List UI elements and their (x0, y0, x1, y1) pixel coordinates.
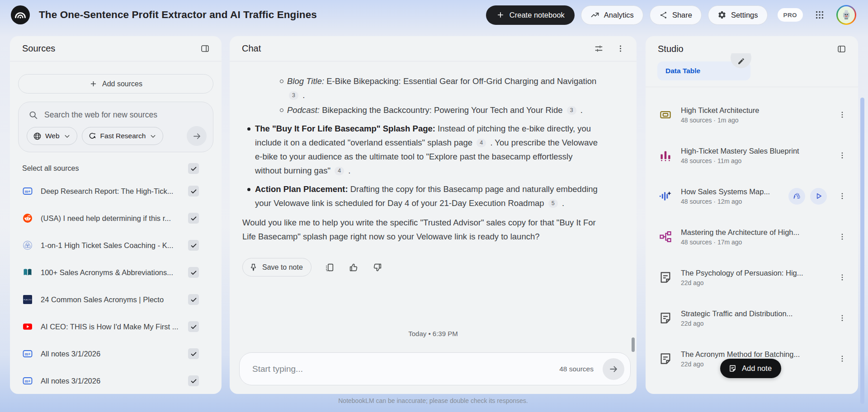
chat-more-options-icon[interactable] (615, 43, 626, 54)
chevron-down-icon (63, 132, 71, 140)
page-scrollbar-thumb[interactable] (860, 98, 864, 404)
source-checkbox[interactable] (188, 240, 199, 251)
plus-icon (89, 80, 98, 88)
studio-item-more-icon[interactable] (837, 272, 847, 283)
chat-scrollbar-thumb[interactable] (632, 337, 635, 352)
youtube-icon (22, 321, 33, 332)
add-sources-button[interactable]: Add sources (18, 74, 213, 94)
studio-item-title: How Sales Systems Map... (681, 187, 780, 196)
studio-item-text: High-Ticket Mastery Sales Blueprint48 so… (681, 147, 829, 164)
studio-list-item[interactable]: Strategic Traffic and Distribution...22d… (646, 298, 858, 338)
notebook-title[interactable]: The One-Sentence Profit Extractor and AI… (39, 9, 317, 21)
studio-item-title: Strategic Traffic and Distribution... (681, 309, 829, 318)
research-chip-label: Fast Research (100, 132, 146, 140)
studio-list-item[interactable]: High Ticket Architecture48 sources · 1m … (646, 94, 858, 135)
sources-panel-header: Sources (10, 36, 222, 61)
copy-response-icon[interactable] (324, 262, 335, 273)
chat-sub-bullet: Blog Title: E-Bike Bikepacking: Essentia… (242, 74, 598, 102)
thumbs-up-icon[interactable] (348, 262, 359, 273)
source-checkbox[interactable] (188, 213, 199, 224)
studio-item-title: The Acronym Method for Batching... (681, 350, 829, 359)
open-bullet-marker (279, 103, 287, 117)
studio-list-item[interactable]: Mastering the Architecture of High...48 … (646, 216, 858, 257)
source-list-item[interactable]: m+All notes 3/1/2026 (10, 340, 222, 367)
citation-badge[interactable]: 5 (548, 199, 558, 208)
source-checkbox[interactable] (188, 375, 199, 386)
research-mode-dropdown[interactable]: Fast Research (82, 127, 164, 145)
source-list-item[interactable]: 100+ Sales Acronyms & Abbreviations... (10, 259, 222, 286)
save-to-note-button[interactable]: Save to note (242, 258, 311, 276)
collapse-sources-panel-icon[interactable] (199, 43, 211, 54)
source-list-item[interactable]: (USA) I need help determining if this r.… (10, 205, 222, 232)
web-chip-label: Web (45, 132, 60, 140)
source-list-item[interactable]: AI CEO: THIS is How I'd Make My First ..… (10, 313, 222, 340)
source-checkbox[interactable] (188, 267, 199, 278)
source-checkbox[interactable] (188, 294, 199, 305)
select-all-sources-row: Select all sources (10, 159, 222, 178)
studio-list-item[interactable]: How Sales Systems Map...48 sources · 12m… (646, 176, 858, 216)
web-search-input[interactable] (44, 110, 205, 120)
user-avatar[interactable] (836, 5, 856, 25)
studio-item-more-icon[interactable] (837, 353, 847, 365)
studio-panel-title: Studio (658, 44, 684, 54)
play-audio-button[interactable] (810, 188, 827, 205)
studio-item-more-icon[interactable] (837, 393, 847, 394)
save-to-note-label: Save to note (262, 263, 303, 272)
citation-badge[interactable]: 4 (476, 139, 486, 147)
create-notebook-button[interactable]: Create notebook (486, 5, 575, 25)
citation-badge[interactable]: 3 (567, 106, 576, 115)
barchart-icon (659, 149, 672, 162)
source-title: (USA) I need help determining if this r.… (41, 214, 180, 223)
share-button[interactable]: Share (650, 5, 702, 25)
chat-input[interactable] (252, 364, 555, 374)
source-list-item[interactable]: m+All notes 3/1/2026 (10, 367, 222, 394)
settings-button[interactable]: Settings (708, 5, 768, 25)
studio-item-more-icon[interactable] (837, 150, 847, 161)
studio-item-more-icon[interactable] (837, 190, 847, 202)
chat-timestamp: Today • 6:39 PM (230, 330, 637, 337)
plecto-icon: PLECTO (22, 294, 33, 305)
studio-list-item[interactable]: The Psychology of Persuasion: Hig...22d … (646, 257, 858, 298)
note-icon (728, 364, 737, 373)
studio-item-more-icon[interactable] (837, 231, 847, 243)
google-apps-grid-icon[interactable] (812, 7, 827, 23)
source-checkbox[interactable] (188, 186, 199, 197)
web-source-type-dropdown[interactable]: Web (27, 127, 77, 145)
expand-studio-panel-icon[interactable] (836, 43, 847, 55)
chat-panel-header: Chat (230, 36, 637, 61)
web-search-card: Web Fast Research (18, 102, 213, 152)
studio-scrolled-header: Data Table (646, 53, 858, 87)
analytics-button[interactable]: Analytics (581, 5, 643, 25)
source-list-item[interactable]: PLECTO24 Common Sales Acronyms | Plecto (10, 286, 222, 313)
studio-item-more-icon[interactable] (837, 312, 847, 324)
source-checkbox[interactable] (188, 348, 199, 359)
search-submit-button[interactable] (187, 126, 207, 146)
assistant-closing-question: Would you like me to help you write the … (242, 215, 598, 243)
send-message-button[interactable] (603, 358, 624, 380)
chat-sub-bullet-text: Podcast: Bikepacking the Backcountry: Po… (287, 103, 583, 117)
source-title: 1-on-1 High Ticket Sales Coaching - K... (41, 241, 180, 250)
source-list-item[interactable]: 1-on-1 High Ticket Sales Coaching - K... (10, 232, 222, 259)
bullet-marker (247, 182, 255, 210)
pin-icon (249, 263, 258, 272)
studio-list-item[interactable]: High-Ticket Mastery Sales Blueprint48 so… (646, 135, 858, 176)
interactive-mode-button[interactable] (788, 188, 805, 205)
plus-icon (496, 10, 505, 19)
studio-item-more-icon[interactable] (837, 109, 847, 121)
audio-overview-icon (659, 189, 672, 203)
thumbs-down-icon[interactable] (372, 262, 383, 273)
chat-sub-bullet-text: Blog Title: E-Bike Bikepacking: Essentia… (287, 74, 598, 102)
research-sparkle-icon (88, 132, 97, 140)
source-checkbox[interactable] (188, 321, 199, 332)
chat-settings-tune-icon[interactable] (593, 43, 604, 54)
source-list-item[interactable]: m+Deep Research Report: The High-Tick... (10, 178, 222, 205)
notebooklm-logo-icon[interactable] (11, 5, 30, 24)
add-note-button[interactable]: Add note (720, 359, 781, 378)
source-title: 24 Common Sales Acronyms | Plecto (41, 295, 180, 304)
citation-badge[interactable]: 3 (289, 91, 298, 100)
select-all-checkbox[interactable] (188, 163, 199, 174)
chevron-down-icon (149, 132, 157, 140)
notebook-note-icon: m+ (22, 186, 33, 197)
citation-badge[interactable]: 4 (335, 167, 344, 175)
studio-list-item[interactable]: The Content Creation Engine: Wee... (646, 379, 858, 394)
